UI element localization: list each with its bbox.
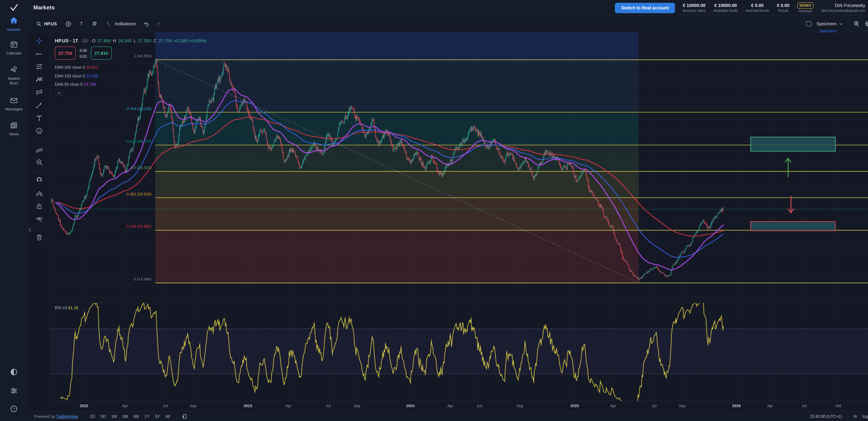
svg-text:f: f bbox=[107, 22, 108, 25]
user-email: dirk.friczewsky@gmail.com bbox=[821, 8, 865, 13]
xabcd-pattern-tool[interactable] bbox=[33, 74, 45, 86]
sell-button[interactable]: 27.750 bbox=[55, 46, 76, 60]
trading-app: Markets Switch to Real account € 10000.0… bbox=[0, 0, 868, 421]
timeframe-5y[interactable]: 5Y bbox=[153, 414, 162, 419]
undo-button[interactable] bbox=[141, 19, 153, 29]
theme-toggle-button[interactable] bbox=[0, 368, 28, 378]
app-logo[interactable] bbox=[0, 0, 28, 15]
sidebar-item-messages[interactable]: Messages bbox=[0, 96, 28, 111]
go-to-date-button[interactable] bbox=[182, 414, 187, 419]
trend-line-icon bbox=[35, 50, 43, 59]
toolbar-separator bbox=[33, 229, 45, 229]
time-axis-label: Jul bbox=[163, 403, 168, 408]
timeframe-1y[interactable]: 1Y bbox=[143, 414, 151, 419]
ohlc-values: O27.690 H28.340 L27.550 C27.750 +0.180 (… bbox=[92, 38, 207, 43]
spread-values: 0.06 0.01 bbox=[76, 48, 91, 59]
time-axis-label: Sep bbox=[353, 403, 360, 408]
sidebar-item-label: Calendar bbox=[6, 51, 22, 55]
timeframe-1m[interactable]: 1M bbox=[110, 414, 119, 419]
ema-legend-row[interactable]: EMA 200 close 0 23.412 bbox=[55, 63, 206, 72]
lock-all-tool[interactable] bbox=[33, 201, 45, 213]
user-info[interactable]: Dirk Friczewsky dirk.friczewsky@gmail.co… bbox=[821, 3, 865, 13]
sidebar-item-label: MarketBuzz bbox=[8, 76, 20, 85]
arrow-marker-icon bbox=[35, 101, 43, 110]
buy-button[interactable]: 27.810 bbox=[91, 46, 112, 60]
fx-icon: fx bbox=[106, 21, 112, 27]
legend-symbol[interactable]: HP.US · 1T bbox=[55, 38, 78, 43]
candlestick-icon bbox=[92, 21, 97, 27]
layout-checkbox[interactable] bbox=[806, 21, 812, 26]
sliders-icon bbox=[10, 387, 18, 396]
timeframe-all[interactable]: All bbox=[164, 414, 172, 419]
chevron-down-icon bbox=[839, 22, 843, 26]
zoom-in-tool[interactable] bbox=[33, 157, 45, 169]
powered-by-label: Powered by TradingView bbox=[34, 414, 78, 418]
time-axis-label: Sep bbox=[190, 403, 196, 408]
symbol-search-value: HP.US bbox=[44, 21, 57, 26]
save-layout-button[interactable]: Speichern Speichern bbox=[816, 21, 843, 26]
interval-button[interactable]: T bbox=[76, 19, 87, 29]
legend-collapse-button[interactable] bbox=[55, 90, 63, 95]
save-label: Speichern bbox=[816, 21, 837, 26]
account-stat-available-funds: € 10000.00Available funds bbox=[713, 3, 738, 13]
ema-legend-row[interactable]: EMA 50 close 0 24.764 bbox=[55, 80, 206, 89]
sidebar-item-label: News bbox=[9, 132, 19, 136]
redo-icon bbox=[155, 21, 162, 27]
time-axis-label: Jul bbox=[802, 403, 807, 408]
drawing-mode-tool[interactable] bbox=[33, 188, 45, 200]
chart-style-button[interactable] bbox=[87, 19, 101, 29]
time-axis[interactable]: 2022AprJulSep2023AprJulSep2024AprJunSep2… bbox=[51, 401, 868, 411]
arrow-marker-tool[interactable] bbox=[33, 100, 45, 112]
drawing-mode-icon bbox=[35, 190, 43, 198]
emoji-tool[interactable] bbox=[33, 126, 45, 137]
tradingview-link[interactable]: TradingView bbox=[56, 414, 78, 418]
quick-search-button[interactable] bbox=[853, 21, 860, 27]
indicators-button[interactable]: fx Indikatoren bbox=[102, 19, 141, 29]
panel-collapse-handle[interactable] bbox=[28, 226, 32, 234]
timeframe-3m[interactable]: 3M bbox=[121, 414, 130, 419]
checkmark-logo-icon bbox=[9, 3, 18, 12]
timeframe-5d[interactable]: 5D bbox=[99, 414, 107, 419]
crosshair-tool[interactable] bbox=[33, 36, 45, 47]
fib-retracement-icon bbox=[35, 63, 43, 72]
time-axis-label: Apr bbox=[122, 403, 128, 408]
sidebar-item-markets[interactable]: Markets bbox=[0, 16, 28, 32]
account-stat-result: € 0.00Result bbox=[777, 3, 789, 13]
settings-button[interactable] bbox=[865, 21, 868, 27]
user-name: Dirk Friczewsky bbox=[835, 3, 865, 8]
sidebar-item-market-buzz[interactable]: MarketBuzz bbox=[0, 66, 28, 85]
projection-icon bbox=[35, 89, 43, 98]
rsi-value: 61.16 bbox=[68, 306, 78, 310]
buzz-icon bbox=[10, 66, 18, 75]
compare-add-symbol-button[interactable] bbox=[61, 19, 75, 29]
page-title: Markets bbox=[33, 4, 55, 11]
legend-collapse-icon[interactable]: – bbox=[82, 38, 89, 43]
scale-button-percent[interactable]: % bbox=[854, 414, 857, 418]
magnet-tool[interactable] bbox=[33, 175, 45, 187]
sidebar-item-calendar[interactable]: Calendar bbox=[0, 40, 28, 55]
redo-button[interactable] bbox=[153, 19, 164, 29]
projection-tool[interactable] bbox=[33, 87, 45, 99]
switch-to-real-account-button[interactable]: Switch to Real account bbox=[615, 3, 675, 13]
symbol-search[interactable]: HP.US bbox=[32, 19, 61, 29]
timeframe-6m[interactable]: 6M bbox=[132, 414, 141, 419]
svg-text:?: ? bbox=[13, 407, 15, 411]
go-to-date-icon bbox=[182, 414, 187, 419]
hide-drawings-tool[interactable] bbox=[33, 214, 45, 226]
ruler-tool[interactable] bbox=[33, 144, 45, 156]
rsi-legend[interactable]: RSI 14 61.16 bbox=[55, 306, 78, 310]
fib-retracement-tool[interactable] bbox=[33, 61, 45, 73]
text-tool[interactable] bbox=[33, 113, 45, 125]
remove-drawings-tool[interactable] bbox=[33, 232, 45, 244]
sidebar-item-news[interactable]: News bbox=[0, 121, 28, 136]
help-button[interactable]: ? bbox=[0, 405, 28, 414]
ema-legend-row[interactable]: EMA 100 close 0 23.036 bbox=[55, 72, 206, 80]
sidebar-item-label: Messages bbox=[5, 107, 23, 111]
timeframe-1d[interactable]: 1D bbox=[88, 414, 97, 419]
trend-line-tool[interactable] bbox=[33, 48, 45, 60]
clock[interactable]: 23:40:00 (UTC+1) bbox=[810, 414, 842, 418]
chart-toolbar: HP.US T fx Indikatoren bbox=[28, 15, 868, 32]
time-axis-label: Sep bbox=[516, 403, 523, 408]
scale-button-log[interactable]: log bbox=[863, 414, 868, 418]
preferences-button[interactable] bbox=[0, 387, 28, 396]
